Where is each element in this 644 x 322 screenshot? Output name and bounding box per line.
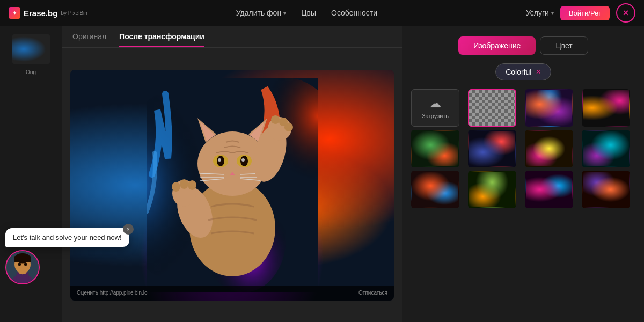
svg-rect-36 — [14, 256, 31, 262]
svg-point-32 — [284, 123, 293, 131]
background-grid: ☁ Загрузить — [411, 89, 635, 208]
watermark-bar: Оценить http://app.pixelbin.io Отписатьс… — [70, 286, 394, 301]
tag-close-button[interactable]: × — [536, 67, 540, 77]
svg-point-15 — [241, 158, 245, 162]
bg-option-1[interactable] — [525, 89, 573, 127]
tab-original[interactable]: Оригинал — [72, 32, 106, 47]
svg-point-38 — [24, 263, 27, 266]
chevron-down-icon: ▾ — [283, 10, 286, 16]
nav-item-features[interactable]: Особенности — [331, 9, 377, 17]
toggle-row: Изображение Цвет — [411, 36, 635, 55]
bg-option-5[interactable] — [525, 130, 573, 167]
nav-item-colors[interactable]: Цвы — [301, 9, 316, 17]
chat-bubble: Let's talk and solve your need now! × — [5, 228, 129, 247]
main-area: Оrig Оригинал После трансформации — [0, 26, 644, 322]
bg-option-2[interactable] — [582, 89, 630, 127]
avatar[interactable] — [5, 250, 40, 284]
chat-close-button[interactable]: × — [123, 224, 134, 235]
tab-transformed[interactable]: После трансформации — [119, 32, 204, 47]
svg-point-27 — [188, 180, 196, 190]
transparent-thumb[interactable] — [468, 89, 516, 127]
right-panel: Изображение Цвет Colorful × ☁ Загрузить — [402, 26, 644, 322]
bg-option-8[interactable] — [468, 171, 516, 208]
svg-point-14 — [218, 158, 221, 162]
colorful-tag: Colorful × — [495, 63, 551, 80]
toggle-color-button[interactable]: Цвет — [540, 36, 588, 55]
tag-row: Colorful × — [411, 63, 635, 80]
nav-services[interactable]: Услуги ▾ — [526, 9, 554, 17]
logo-icon: ✦ — [9, 7, 20, 19]
svg-point-30 — [271, 115, 280, 124]
bg-option-3[interactable] — [411, 130, 459, 167]
logo-text: Erase.bg — [24, 9, 57, 18]
nav-item-erase[interactable]: Удалить фон ▾ — [236, 9, 286, 17]
svg-point-41 — [19, 270, 27, 275]
sidebar-label: Оrig — [26, 69, 36, 75]
svg-point-37 — [18, 263, 21, 266]
cat-image — [147, 78, 318, 292]
svg-point-26 — [180, 179, 188, 189]
topnav: ✦ Erase.bg by PixelBin Удалить фон ▾ Цвы… — [0, 0, 644, 26]
left-panel: Оrig Оригинал После трансформации — [0, 26, 402, 322]
nav-actions: Услуги ▾ Войти/Рег × — [526, 3, 635, 23]
upload-thumb[interactable]: ☁ Загрузить — [411, 89, 459, 127]
upload-label: Загрузить — [422, 113, 449, 119]
toggle-image-button[interactable]: Изображение — [458, 36, 536, 55]
bg-option-7[interactable] — [411, 171, 459, 208]
cat-background — [70, 70, 394, 301]
logo[interactable]: ✦ Erase.bg by PixelBin — [9, 7, 87, 19]
watermark-right: Отписаться — [358, 290, 387, 296]
bg-option-6[interactable] — [582, 130, 630, 167]
bg-option-10[interactable] — [582, 171, 630, 208]
avatar-image — [6, 251, 39, 283]
main-image: Оценить http://app.pixelbin.io Отписатьс… — [70, 70, 394, 301]
upload-icon: ☁ — [429, 97, 441, 111]
svg-point-25 — [172, 182, 180, 192]
sidebar-thumb-bg — [12, 34, 50, 64]
watermark-left: Оценить http://app.pixelbin.io — [77, 290, 148, 296]
bg-option-9[interactable] — [525, 171, 573, 208]
avatar-svg — [6, 250, 39, 284]
login-button[interactable]: Войти/Рег — [560, 6, 610, 20]
tag-label: Colorful — [506, 68, 531, 76]
close-button[interactable]: × — [616, 3, 635, 23]
nav-items: Удалить фон ▾ Цвы Особенности — [105, 9, 509, 17]
sidebar-thumbnail[interactable] — [12, 34, 50, 64]
image-container: Оценить http://app.pixelbin.io Отписатьс… — [62, 48, 402, 322]
logo-sub: by PixelBin — [61, 10, 87, 16]
chevron-down-icon: ▾ — [551, 10, 554, 16]
chat-message: Let's talk and solve your need now! — [13, 233, 122, 241]
tabs: Оригинал После трансформации — [62, 26, 402, 48]
bg-option-4[interactable] — [468, 130, 516, 167]
tabs-container: Оригинал После трансформации — [62, 26, 402, 48]
